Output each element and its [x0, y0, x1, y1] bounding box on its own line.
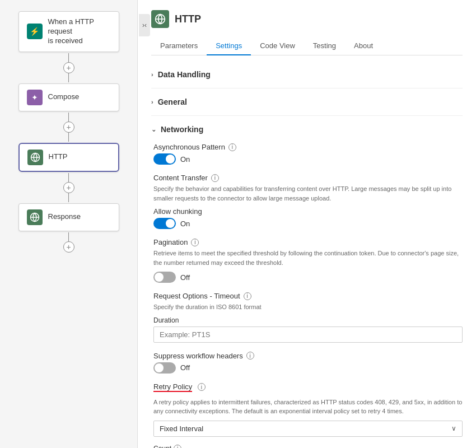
- retry-policy-setting: Retry Policy i A retry policy applies to…: [153, 382, 463, 449]
- add-step-4[interactable]: +: [63, 241, 74, 253]
- async-pattern-thumb: [166, 155, 175, 164]
- timeout-label: Request Options - Timeout i: [153, 292, 463, 300]
- content-transfer-toggle-label: On: [180, 220, 190, 228]
- plus-icon-1: +: [66, 63, 71, 72]
- chevron-down-icon-networking: ⌄: [151, 126, 156, 133]
- retry-policy-label-container: Retry Policy i: [153, 382, 463, 394]
- content-transfer-thumb: [166, 219, 175, 228]
- allow-chunking-label: Allow chunking: [153, 207, 463, 216]
- section-networking[interactable]: ⌄ Networking: [151, 120, 463, 138]
- settings-tabs: Parameters Settings Code View Testing Ab…: [151, 37, 463, 55]
- node-icon-response: [27, 209, 43, 225]
- connector-line-1b: [68, 73, 69, 82]
- connector-line-3b: [68, 193, 69, 202]
- panel-title: HTTP: [175, 13, 201, 25]
- node-label-http: HTTP: [49, 152, 68, 162]
- panel-icon: [151, 10, 169, 28]
- plus-icon-4: +: [66, 242, 71, 251]
- plus-icon-3: +: [66, 183, 71, 192]
- node-http[interactable]: HTTP: [18, 143, 119, 172]
- tab-about[interactable]: About: [345, 37, 382, 55]
- add-step-3[interactable]: +: [63, 182, 74, 193]
- duration-field-group: Duration: [153, 316, 463, 343]
- async-pattern-toggle-row: On: [153, 153, 463, 165]
- pagination-desc: Retrieve items to meet the specified thr…: [153, 249, 463, 267]
- node-response[interactable]: Response: [18, 203, 119, 231]
- node-label-compose: Compose: [48, 92, 80, 102]
- async-pattern-toggle-label: On: [180, 155, 190, 164]
- count-label: Count i: [153, 445, 463, 449]
- duration-input[interactable]: [153, 326, 463, 343]
- suppress-headers-toggle-row: Off: [153, 362, 463, 374]
- count-info-icon[interactable]: i: [174, 445, 181, 449]
- connector-line-4: [68, 232, 69, 241]
- retry-policy-dropdown[interactable]: Fixed Interval ∨: [153, 421, 463, 437]
- pagination-toggle[interactable]: [153, 272, 176, 283]
- content-transfer-desc: Specify the behavior and capabilities fo…: [153, 184, 463, 203]
- async-pattern-setting: Asynchronous Pattern i On: [153, 143, 463, 165]
- content-transfer-toggle-row: On: [153, 218, 463, 229]
- timeout-desc: Specify the duration in ISO 8601 format: [153, 302, 463, 312]
- connector-line-1: [68, 53, 69, 62]
- retry-policy-desc: A retry policy applies to intermittent f…: [153, 398, 463, 416]
- connector-1: +: [63, 53, 74, 82]
- async-pattern-label: Asynchronous Pattern i: [153, 143, 463, 151]
- pagination-label: Pagination i: [153, 238, 463, 246]
- suppress-headers-toggle[interactable]: [153, 362, 176, 374]
- right-panel: HTTP Parameters Settings Code View Testi…: [137, 0, 476, 448]
- timeout-info-icon[interactable]: i: [244, 292, 251, 300]
- section-label-general: General: [158, 97, 187, 106]
- panel-header: HTTP: [151, 10, 463, 28]
- node-label-response: Response: [48, 212, 81, 222]
- pagination-setting: Pagination i Retrieve items to meet the …: [153, 238, 463, 283]
- async-pattern-info-icon[interactable]: i: [228, 143, 236, 151]
- section-label-networking: Networking: [161, 125, 203, 134]
- connector-3: +: [63, 173, 74, 202]
- section-general[interactable]: › General: [151, 93, 463, 111]
- collapse-panel-button[interactable]: ›‹: [139, 14, 150, 36]
- connector-line-2b: [68, 133, 69, 142]
- retry-policy-dropdown-value: Fixed Interval: [160, 424, 203, 433]
- content-transfer-label: Content Transfer i: [153, 174, 463, 182]
- connector-4: +: [63, 232, 74, 253]
- section-label-data-handling: Data Handling: [158, 70, 211, 79]
- pagination-info-icon[interactable]: i: [191, 239, 199, 246]
- pagination-toggle-row: Off: [153, 272, 463, 283]
- dropdown-arrow-icon: ∨: [451, 424, 456, 432]
- content-transfer-toggle[interactable]: [153, 218, 176, 229]
- tab-parameters[interactable]: Parameters: [151, 37, 207, 55]
- suppress-headers-setting: Suppress workflow headers i Off: [153, 352, 463, 374]
- retry-policy-label: Retry Policy: [153, 382, 192, 392]
- add-step-2[interactable]: +: [63, 122, 74, 133]
- node-icon-compose: ✦: [27, 90, 43, 105]
- node-http-trigger[interactable]: ⚡ When a HTTP requestis received: [18, 11, 119, 52]
- chevron-right-icon-general: ›: [151, 99, 153, 105]
- left-panel: ⚡ When a HTTP requestis received + ✦ Com…: [0, 0, 137, 448]
- duration-label: Duration: [153, 316, 463, 324]
- connector-line-3: [68, 173, 69, 182]
- content-transfer-setting: Content Transfer i Specify the behavior …: [153, 174, 463, 229]
- node-label-trigger: When a HTTP requestis received: [48, 17, 111, 46]
- section-data-handling[interactable]: › Data Handling: [151, 66, 463, 83]
- tab-codeview[interactable]: Code View: [251, 37, 304, 55]
- timeout-setting: Request Options - Timeout i Specify the …: [153, 292, 463, 343]
- retry-policy-info-icon[interactable]: i: [198, 383, 206, 391]
- suppress-headers-toggle-label: Off: [180, 363, 190, 372]
- plus-icon-2: +: [66, 123, 71, 132]
- connector-2: +: [63, 113, 74, 142]
- add-step-1[interactable]: +: [63, 62, 74, 73]
- async-pattern-toggle[interactable]: [153, 153, 176, 165]
- tab-settings[interactable]: Settings: [207, 37, 251, 55]
- suppress-headers-info-icon[interactable]: i: [246, 352, 254, 360]
- tab-testing[interactable]: Testing: [304, 37, 345, 55]
- content-transfer-info-icon[interactable]: i: [211, 174, 219, 182]
- networking-content: Asynchronous Pattern i On Content Transf…: [151, 141, 463, 448]
- suppress-headers-label: Suppress workflow headers i: [153, 352, 463, 360]
- pagination-toggle-label: Off: [180, 273, 190, 282]
- node-icon-trigger: ⚡: [27, 24, 43, 39]
- chevron-left-icon: ›‹: [142, 21, 147, 29]
- chevron-right-icon-data: ›: [151, 71, 153, 78]
- count-field-group: Count i *: [153, 445, 463, 449]
- node-compose[interactable]: ✦ Compose: [18, 83, 119, 111]
- pagination-thumb: [155, 273, 164, 282]
